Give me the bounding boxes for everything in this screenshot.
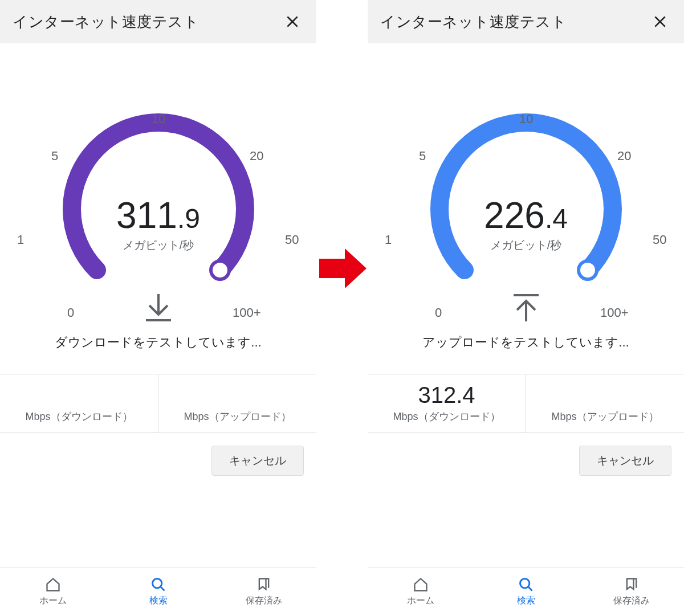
gauge-area: 0 1 5 10 20 50 100+ 226.4 メガビット/秒 アップロード… (368, 43, 684, 334)
value-decimal: .9 (177, 203, 200, 234)
tick-5: 5 (51, 149, 58, 164)
bookmark-icon (256, 577, 272, 593)
svg-point-5 (152, 579, 161, 588)
svg-point-10 (579, 261, 597, 279)
nav-saved-label: 保存済み (246, 595, 282, 607)
bottom-nav: ホーム 検索 保存済み (0, 567, 316, 616)
tick-20: 20 (250, 149, 263, 164)
results-row: 312.4 Mbps（ダウンロード） Mbps（アップロード） (368, 374, 684, 433)
nav-home[interactable]: ホーム (0, 568, 105, 616)
close-button[interactable] (649, 10, 671, 33)
tick-20: 20 (617, 149, 631, 164)
close-button[interactable] (281, 10, 304, 33)
search-icon (150, 577, 166, 593)
result-download: Mbps（ダウンロード） (0, 374, 158, 433)
search-icon (518, 577, 534, 593)
result-download-value: 312.4 (372, 382, 521, 407)
value-integer: 311 (116, 195, 177, 236)
gauge-value: 311.9 メガビット/秒 (0, 197, 316, 253)
status-text: アップロードをテストしています... (368, 334, 684, 351)
results-row: Mbps（ダウンロード） Mbps（アップロード） (0, 374, 316, 433)
result-upload-label: Mbps（アップロード） (531, 410, 679, 423)
home-icon (45, 577, 61, 593)
panel-title: インターネット速度テスト (380, 12, 567, 32)
panel-title: インターネット速度テスト (13, 12, 199, 32)
value-unit: メガビット/秒 (0, 238, 316, 253)
bottom-nav: ホーム 検索 保存済み (368, 567, 684, 616)
value-integer: 226 (484, 195, 545, 236)
nav-search-label: 検索 (149, 595, 168, 607)
cancel-button[interactable]: キャンセル (579, 446, 671, 476)
tick-100: 100+ (600, 305, 629, 320)
svg-line-6 (160, 587, 164, 591)
cancel-row: キャンセル (0, 433, 316, 476)
gauge-area: 0 1 5 10 20 50 100+ 311.9 メガビット/秒 ダウンロード… (0, 43, 316, 334)
tick-5: 5 (419, 149, 426, 164)
nav-home-label: ホーム (39, 595, 67, 607)
svg-point-2 (211, 261, 229, 279)
svg-point-13 (520, 579, 529, 588)
value-unit: メガビット/秒 (368, 238, 684, 253)
tick-100: 100+ (233, 305, 261, 320)
nav-home[interactable]: ホーム (368, 568, 473, 616)
status-text: ダウンロードをテストしています... (0, 334, 316, 351)
tick-10: 10 (152, 112, 165, 127)
close-icon (285, 14, 300, 29)
tick-0: 0 (67, 305, 74, 320)
nav-search[interactable]: 検索 (105, 568, 211, 616)
tick-10: 10 (519, 112, 533, 127)
download-icon (141, 293, 176, 323)
result-download-label: Mbps（ダウンロード） (5, 410, 153, 423)
svg-marker-7 (319, 248, 367, 288)
result-upload: Mbps（アップロード） (158, 374, 316, 433)
gauge-value: 226.4 メガビット/秒 (368, 197, 684, 253)
result-download-label: Mbps（ダウンロード） (372, 410, 521, 423)
cancel-row: キャンセル (368, 433, 684, 476)
tick-0: 0 (435, 305, 442, 320)
cancel-button[interactable]: キャンセル (211, 446, 304, 476)
result-upload: Mbps（アップロード） (526, 374, 684, 433)
speedtest-panel-upload: インターネット速度テスト 0 1 5 10 20 50 100+ 226.4 メ… (368, 0, 684, 616)
transition-gap (316, 0, 368, 616)
nav-search[interactable]: 検索 (473, 568, 579, 616)
nav-home-label: ホーム (407, 595, 434, 607)
panel-header: インターネット速度テスト (368, 0, 684, 43)
speedtest-panel-download: インターネット速度テスト 0 1 5 10 20 50 100+ 311.9 メ… (0, 0, 316, 616)
arrow-right-icon (316, 243, 368, 294)
svg-line-14 (528, 587, 532, 591)
nav-search-label: 検索 (517, 595, 535, 607)
result-upload-label: Mbps（アップロード） (163, 410, 312, 423)
upload-icon (509, 293, 543, 323)
home-icon (413, 577, 429, 593)
close-icon (653, 14, 667, 29)
panel-header: インターネット速度テスト (0, 0, 316, 43)
nav-saved[interactable]: 保存済み (579, 568, 684, 616)
nav-saved[interactable]: 保存済み (211, 568, 316, 616)
value-decimal: .4 (545, 203, 568, 234)
result-download: 312.4 Mbps（ダウンロード） (368, 374, 526, 433)
nav-saved-label: 保存済み (613, 595, 650, 607)
bookmark-icon (624, 577, 640, 593)
